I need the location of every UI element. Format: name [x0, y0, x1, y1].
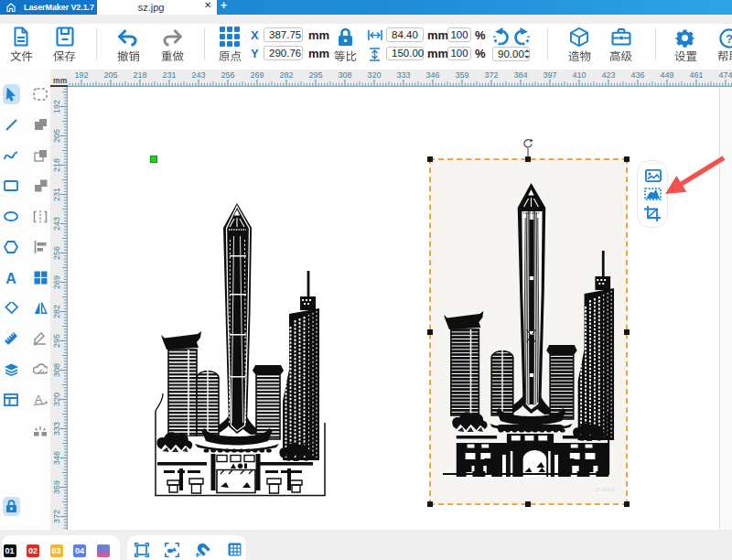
svg-text:256: 256 [221, 70, 234, 80]
svg-text:384: 384 [513, 70, 527, 80]
svg-text:218: 218 [133, 70, 146, 80]
svg-text:205: 205 [103, 70, 117, 80]
svg-text:269: 269 [250, 70, 264, 80]
svg-text:397: 397 [543, 70, 556, 80]
svg-text:295: 295 [52, 334, 61, 348]
svg-text:423: 423 [601, 70, 615, 80]
svg-text:461: 461 [689, 70, 703, 80]
svg-text:256: 256 [52, 246, 61, 260]
svg-text:359: 359 [52, 480, 61, 494]
svg-text:346: 346 [52, 451, 61, 465]
svg-text:372: 372 [484, 70, 498, 80]
svg-text:243: 243 [191, 70, 205, 80]
svg-text:346: 346 [425, 70, 439, 80]
svg-text:410: 410 [572, 70, 586, 80]
svg-text:192: 192 [74, 70, 88, 80]
svg-text:231: 231 [52, 188, 61, 201]
svg-text:243: 243 [52, 217, 61, 231]
svg-text:282: 282 [279, 70, 293, 80]
svg-text:?: ? [726, 32, 732, 46]
svg-text:333: 333 [52, 422, 61, 436]
svg-text:205: 205 [52, 129, 61, 143]
svg-text:333: 333 [396, 70, 410, 80]
svg-text:449: 449 [660, 70, 673, 80]
svg-text:192: 192 [52, 100, 61, 113]
svg-text:320: 320 [52, 393, 61, 406]
svg-text:269: 269 [52, 275, 61, 289]
svg-text:308: 308 [338, 70, 351, 80]
svg-text:282: 282 [52, 305, 61, 318]
svg-text:231: 231 [162, 70, 176, 80]
svg-text:320: 320 [367, 70, 381, 80]
svg-text:436: 436 [630, 70, 644, 80]
svg-text:359: 359 [455, 70, 468, 80]
svg-text:474: 474 [718, 70, 732, 80]
svg-text:308: 308 [52, 363, 61, 377]
svg-text:A: A [5, 271, 16, 285]
svg-text:372: 372 [52, 510, 61, 523]
svg-text:218: 218 [52, 158, 61, 172]
svg-text:295: 295 [308, 70, 322, 80]
